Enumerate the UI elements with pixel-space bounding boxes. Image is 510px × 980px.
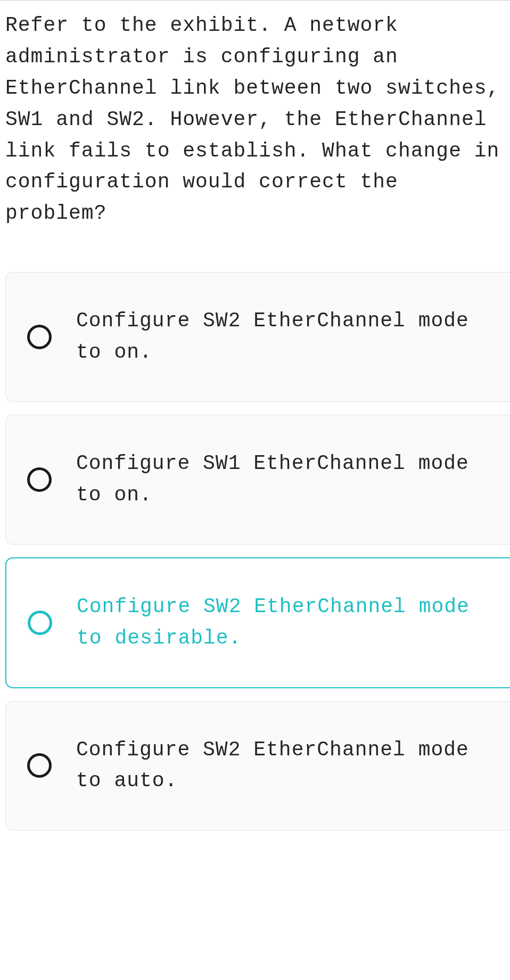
radio-icon bbox=[28, 611, 52, 635]
radio-icon bbox=[27, 467, 52, 492]
answer-option-3[interactable]: Configure SW2 EtherChannel mode to desir… bbox=[5, 557, 510, 688]
answer-option-2[interactable]: Configure SW1 EtherChannel mode to on. bbox=[5, 415, 510, 545]
option-label: Configure SW2 EtherChannel mode to desir… bbox=[77, 591, 494, 654]
options-container: Configure SW2 EtherChannel mode to on. C… bbox=[0, 251, 510, 830]
option-label: Configure SW1 EtherChannel mode to on. bbox=[76, 448, 494, 511]
answer-option-1[interactable]: Configure SW2 EtherChannel mode to on. bbox=[5, 272, 510, 402]
radio-icon bbox=[27, 753, 52, 778]
radio-icon bbox=[27, 325, 52, 349]
option-label: Configure SW2 EtherChannel mode to on. bbox=[76, 306, 494, 368]
option-label: Configure SW2 EtherChannel mode to auto. bbox=[76, 735, 494, 797]
answer-option-4[interactable]: Configure SW2 EtherChannel mode to auto. bbox=[5, 701, 510, 831]
question-text: Refer to the exhibit. A network administ… bbox=[0, 1, 510, 251]
